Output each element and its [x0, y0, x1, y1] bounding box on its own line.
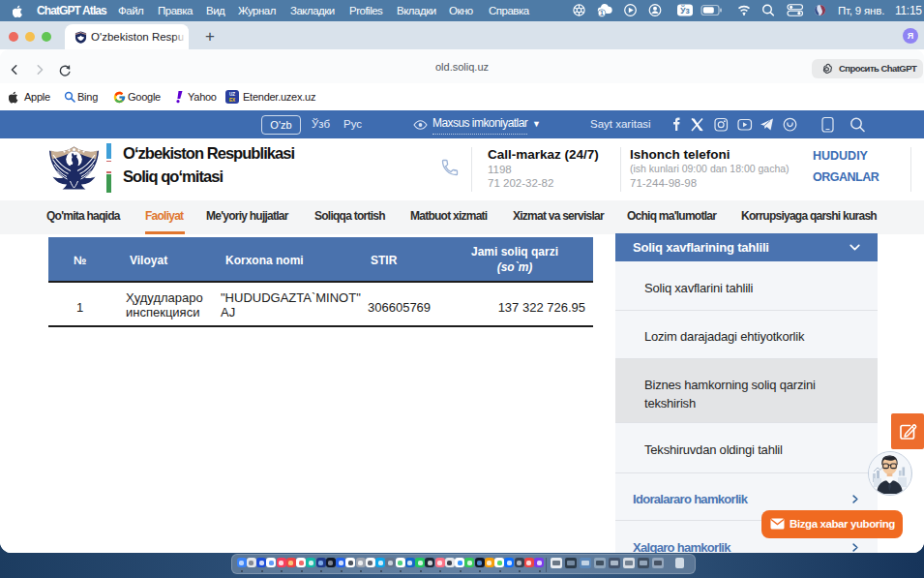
svg-text:Ўз: Ўз — [679, 5, 690, 15]
svg-text:EX: EX — [229, 98, 236, 103]
svg-text:1: 1 — [600, 10, 604, 16]
svg-text:UZ: UZ — [229, 92, 235, 97]
